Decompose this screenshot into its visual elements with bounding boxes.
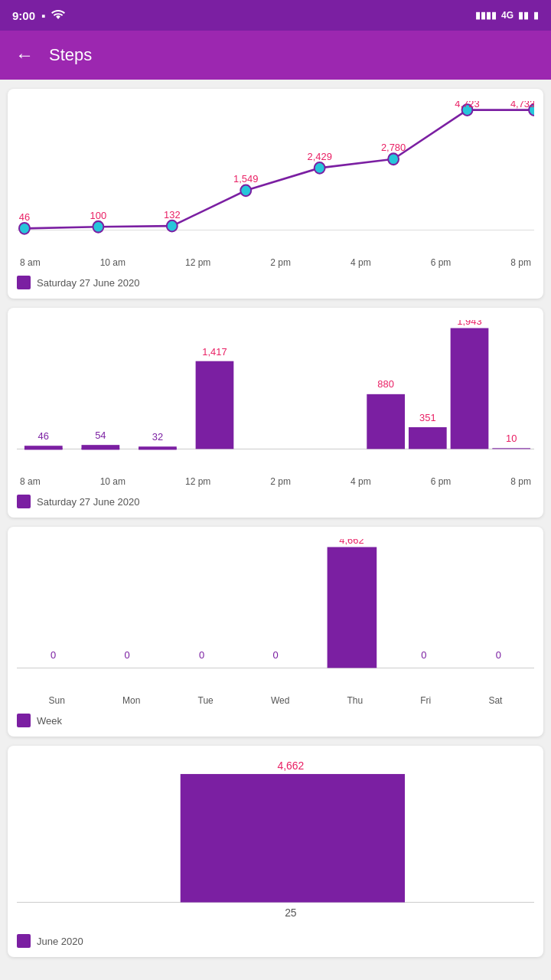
signal-icon: ▮▮▮▮ [475,10,497,21]
legend-color-month [17,934,31,948]
svg-point-3 [167,220,178,232]
battery-icon: ▪ [41,9,45,22]
svg-text:0: 0 [199,648,204,660]
svg-text:25: 25 [285,906,297,919]
svg-text:4,662: 4,662 [339,539,364,546]
legend-color-week [17,714,31,727]
wifi-icon [51,9,65,22]
svg-text:0: 0 [496,648,501,660]
back-button[interactable]: ← [15,44,34,66]
legend-color-day [17,495,31,508]
bar-chart-day-card: 46 54 32 1,417 880 351 1,943 10 [8,308,543,518]
svg-rect-29 [367,394,405,449]
line-chart: 46 100 132 1,549 2,429 2,780 4,723 4,733 [17,101,534,254]
svg-rect-27 [196,361,234,449]
bar-chart-week-card: 0 0 0 0 4,662 0 0 Sun Mon Tue Wed Thu Fr… [8,527,543,737]
svg-point-5 [315,162,325,174]
network-type: 4G [501,10,514,21]
svg-point-2 [93,221,103,233]
bar-chart-month-legend: June 2020 [17,934,534,948]
bar-chart-week-legend: Week [17,714,534,727]
line-chart-svg: 46 100 132 1,549 2,429 2,780 4,723 4,733 [17,101,534,254]
svg-text:0: 0 [272,648,278,660]
bar-chart-day-x-labels: 8 am 10 am 12 pm 2 pm 4 pm 6 pm 8 pm [17,476,534,487]
bar-chart-week-legend-label: Week [37,715,62,727]
svg-text:4,733: 4,733 [510,101,534,110]
svg-text:46: 46 [38,430,49,441]
page-title: Steps [49,45,92,65]
line-chart-card: 46 100 132 1,549 2,429 2,780 4,723 4,733… [8,89,543,299]
svg-text:0: 0 [51,648,56,660]
bar-chart-month: 4,662 25 [17,758,534,926]
svg-text:0: 0 [421,648,426,660]
bar-chart-month-svg: 4,662 25 [17,758,534,926]
svg-text:2,429: 2,429 [308,151,332,162]
bar-chart-week: 0 0 0 0 4,662 0 0 [17,539,534,692]
status-time: 9:00 [12,9,35,22]
svg-text:1,417: 1,417 [202,346,227,358]
svg-text:100: 100 [90,209,107,220]
status-bar-left: 9:00 ▪ [12,9,65,22]
battery2-icon: ▮ [533,10,539,21]
svg-rect-47 [181,774,405,903]
svg-rect-31 [409,427,447,449]
svg-text:4,662: 4,662 [277,759,304,771]
bar-chart-week-svg: 0 0 0 0 4,662 0 0 [17,539,534,692]
line-chart-x-labels: 8 am 10 am 12 pm 2 pm 4 pm 6 pm 8 pm [17,257,534,268]
svg-text:54: 54 [95,429,106,440]
line-chart-legend: Saturday 27 June 2020 [17,276,534,289]
signal2-icon: ▮▮ [518,10,529,21]
svg-text:1,549: 1,549 [233,173,258,185]
svg-rect-33 [451,328,489,449]
svg-text:880: 880 [377,378,394,390]
svg-text:10: 10 [506,433,517,444]
svg-text:132: 132 [164,208,181,220]
svg-text:4,723: 4,723 [455,101,479,110]
svg-text:0: 0 [125,648,130,660]
bar-chart-month-legend-label: June 2020 [37,936,83,947]
svg-text:46: 46 [19,211,30,222]
app-bar: ← Steps [0,31,551,80]
bar-chart-month-card: 4,662 25 June 2020 [8,746,543,957]
svg-rect-35 [492,448,530,449]
svg-point-1 [19,223,30,234]
status-bar-right: ▮▮▮▮ 4G ▮▮ ▮ [475,10,539,21]
svg-text:1,943: 1,943 [457,320,481,327]
svg-rect-42 [328,547,377,668]
svg-point-4 [240,185,251,196]
bar-chart-week-x-labels: Sun Mon Tue Wed Thu Fri Sat [17,695,534,706]
bar-chart-day-legend: Saturday 27 June 2020 [17,495,534,508]
line-chart-legend-label: Saturday 27 June 2020 [37,277,139,289]
svg-text:351: 351 [419,411,436,423]
bar-chart-day-legend-label: Saturday 27 June 2020 [37,496,139,508]
bar-chart-day-svg: 46 54 32 1,417 880 351 1,943 10 [17,320,534,473]
bar-chart-day: 46 54 32 1,417 880 351 1,943 10 [17,320,534,473]
svg-point-6 [388,153,399,165]
svg-text:32: 32 [152,431,163,443]
status-bar: 9:00 ▪ ▮▮▮▮ 4G ▮▮ ▮ [0,0,551,31]
legend-color [17,276,31,289]
svg-text:2,780: 2,780 [381,142,406,153]
